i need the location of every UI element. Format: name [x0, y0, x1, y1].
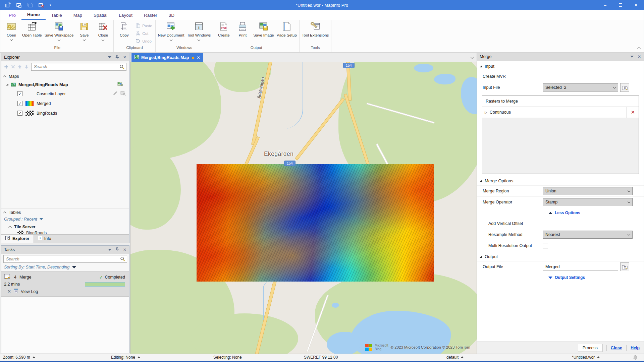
- status-style[interactable]: default: [446, 355, 464, 360]
- merge-options-section-header[interactable]: Merge Options: [477, 175, 644, 185]
- tab-3d[interactable]: 3D: [163, 10, 180, 20]
- tab-map[interactable]: Map: [68, 10, 88, 20]
- layer-row-cosmetic[interactable]: ✓ Cosmetic Layer: [1, 89, 129, 99]
- tab-raster[interactable]: Raster: [138, 10, 163, 20]
- tool-extensions-button[interactable]: Tool Extensions: [301, 20, 330, 38]
- notifications-bell-icon[interactable]: [633, 355, 638, 360]
- add-icon[interactable]: [4, 65, 8, 69]
- remove-icon[interactable]: [11, 65, 15, 69]
- map-document-tab[interactable]: Merged,BingRoads Map ◆ ✕: [131, 53, 203, 62]
- panel-splitter[interactable]: [0, 243, 130, 245]
- maps-section-header[interactable]: Maps: [1, 73, 129, 80]
- status-workspace[interactable]: *Untitled.wor: [572, 355, 600, 360]
- expand-triangle-icon[interactable]: ▷: [485, 111, 487, 114]
- qat-save-workspace-icon[interactable]: [16, 2, 22, 8]
- map-options-icon[interactable]: [117, 81, 123, 87]
- tasks-pin-icon[interactable]: [115, 247, 119, 252]
- output-file-input[interactable]: [543, 263, 618, 271]
- search-icon[interactable]: [119, 64, 124, 71]
- tab-spatial[interactable]: Spatial: [88, 10, 113, 20]
- remove-raster-icon[interactable]: ✕: [631, 109, 635, 115]
- tab-explorer[interactable]: Explorer: [1, 235, 34, 243]
- tasks-sorting-selector[interactable]: Sorting By: Start Time, Descending: [1, 264, 129, 272]
- tab-table[interactable]: Table: [46, 10, 68, 20]
- merge-region-dropdown[interactable]: Union: [543, 187, 633, 195]
- task-item[interactable]: 4 Merge ✓ Completed 2,2 mins ✕: [1, 272, 129, 297]
- layer-checkbox[interactable]: ✓: [17, 91, 22, 96]
- tool-windows-button[interactable]: i Tool Windows: [185, 20, 212, 41]
- close-link-button[interactable]: Close: [611, 346, 622, 350]
- expanded-triangle-icon[interactable]: [6, 84, 8, 85]
- dismiss-task-icon[interactable]: ✕: [7, 289, 11, 294]
- explorer-pin-icon[interactable]: [115, 55, 119, 60]
- document-list-caret[interactable]: [471, 54, 477, 62]
- view-log-link[interactable]: View Log: [21, 289, 38, 294]
- tab-layout[interactable]: Layout: [113, 10, 138, 20]
- grouped-by-selector[interactable]: Grouped : Recent: [1, 216, 129, 223]
- map-canvas[interactable]: Ådalsvägen 154 Ekegården 154 MicrosoftBi…: [130, 62, 477, 354]
- map-document-node[interactable]: Merged,BingRoads Map: [1, 80, 129, 89]
- open-table-button[interactable]: Open Table: [21, 20, 43, 38]
- raster-row-continuous[interactable]: ▷ Continuous ✕: [482, 107, 639, 118]
- explorer-close-icon[interactable]: ✕: [123, 55, 126, 60]
- input-file-browse-button[interactable]: [620, 83, 629, 92]
- qat-open-table-icon[interactable]: [5, 2, 11, 8]
- multi-resolution-checkbox[interactable]: [543, 243, 548, 248]
- layer-checkbox[interactable]: ✓: [17, 101, 22, 106]
- tab-home[interactable]: Home: [21, 10, 46, 20]
- open-button[interactable]: Open: [2, 20, 21, 41]
- layer-select-icon[interactable]: [120, 91, 126, 97]
- new-document-button[interactable]: New Document: [157, 20, 186, 41]
- add-vertical-offset-checkbox[interactable]: [543, 221, 548, 226]
- process-button[interactable]: Process: [578, 344, 602, 352]
- qat-close-window-icon[interactable]: [38, 2, 44, 8]
- print-button[interactable]: Print: [233, 20, 252, 38]
- tasks-menu-caret-icon[interactable]: [108, 249, 111, 251]
- layer-row-bingroads[interactable]: ✓ BingRoads: [1, 108, 129, 118]
- tile-server-node[interactable]: Tile Server: [1, 223, 129, 231]
- create-pdf-button[interactable]: PDF Create: [214, 20, 233, 38]
- less-options-link[interactable]: Less Options: [477, 207, 644, 218]
- status-editing[interactable]: Editing: None: [111, 355, 141, 360]
- close-button[interactable]: ✕: [628, 0, 644, 10]
- tasks-close-icon[interactable]: ✕: [123, 247, 126, 252]
- layer-row-merged[interactable]: ✓ Merged: [1, 99, 129, 108]
- output-file-browse-button[interactable]: [620, 262, 629, 271]
- merge-close-icon[interactable]: ✕: [638, 54, 641, 59]
- layer-checkbox[interactable]: ✓: [17, 111, 22, 116]
- help-link-button[interactable]: Help: [631, 346, 640, 350]
- output-section-header[interactable]: Output: [477, 251, 644, 261]
- output-settings-link[interactable]: Output Settings: [477, 272, 644, 283]
- minimize-button[interactable]: –: [597, 0, 613, 10]
- collapse-ribbon-icon[interactable]: [637, 47, 641, 51]
- page-setup-button[interactable]: Page Setup: [275, 20, 298, 38]
- qat-customize-caret[interactable]: ▾: [50, 3, 51, 7]
- tasks-search-input[interactable]: [3, 255, 127, 263]
- search-icon[interactable]: [120, 256, 125, 263]
- input-section-header[interactable]: Input: [477, 61, 644, 71]
- merge-operator-dropdown[interactable]: Stamp: [543, 198, 633, 206]
- resample-method-dropdown[interactable]: Nearest: [543, 231, 633, 239]
- tables-section-header[interactable]: Tables: [1, 208, 129, 216]
- status-projection[interactable]: SWEREF 99 12 00: [304, 355, 338, 360]
- save-image-button[interactable]: Save Image: [252, 20, 275, 38]
- merge-menu-caret-icon[interactable]: [630, 56, 634, 58]
- explorer-search-input[interactable]: [31, 63, 126, 71]
- close-document-icon[interactable]: ✕: [197, 55, 200, 60]
- save-button[interactable]: Save: [75, 20, 94, 41]
- move-up-icon[interactable]: [18, 65, 22, 69]
- qat-duplicate-window-icon[interactable]: [27, 2, 33, 8]
- tile-server-item-clipped[interactable]: BingRoads: [1, 231, 129, 234]
- maximize-button[interactable]: [613, 0, 628, 10]
- status-zoom[interactable]: Zoom: 6.590 m: [3, 355, 36, 360]
- explorer-menu-caret-icon[interactable]: [108, 56, 111, 58]
- close-table-button[interactable]: Close: [94, 20, 112, 41]
- edit-pencil-icon[interactable]: [113, 91, 118, 97]
- create-mvr-checkbox[interactable]: [543, 74, 548, 79]
- save-workspace-button[interactable]: Save Workspace: [43, 20, 75, 41]
- input-file-dropdown[interactable]: Selected 2: [543, 83, 618, 92]
- tab-info[interactable]: i Info: [34, 235, 55, 243]
- tab-pro[interactable]: Pro: [3, 10, 21, 20]
- copy-button[interactable]: Copy: [115, 20, 133, 38]
- move-down-icon[interactable]: [24, 65, 29, 69]
